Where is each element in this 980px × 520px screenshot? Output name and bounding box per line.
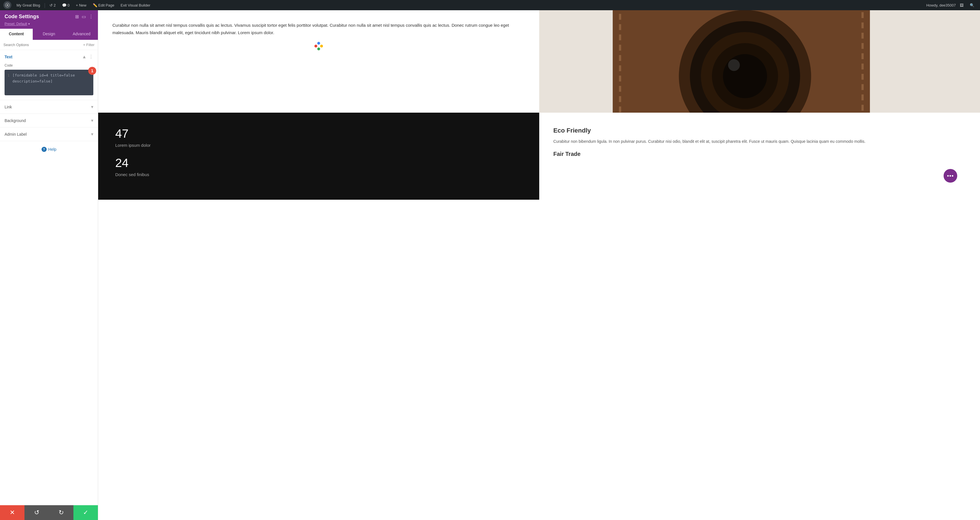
admin-bar-edit-page[interactable]: ✏️ Edit Page xyxy=(91,3,117,7)
undo-button[interactable]: ↺ xyxy=(24,505,49,520)
redo-button[interactable]: ↻ xyxy=(49,505,73,520)
admin-bar-site[interactable]: My Great Blog xyxy=(14,3,42,7)
svg-point-15 xyxy=(728,59,740,71)
expand-bg-icon[interactable]: ▾ xyxy=(91,118,93,123)
panel-search: + Filter xyxy=(0,40,98,50)
collapse-icon[interactable]: ▲ xyxy=(82,54,86,59)
panel-title: Code Settings xyxy=(5,14,39,20)
close-button[interactable]: ✕ xyxy=(0,505,24,520)
floating-menu-button[interactable]: ••• xyxy=(943,169,957,183)
svg-point-1 xyxy=(6,4,8,6)
section-admin-label-title: Admin Label xyxy=(5,132,27,137)
dot-green xyxy=(317,48,320,50)
stat-2-number: 24 xyxy=(115,156,522,170)
panel-header-icons: ⊞ ▭ ⋮ xyxy=(75,14,93,19)
camera-svg xyxy=(539,10,980,113)
eco-heading: Eco Friendly xyxy=(554,127,966,134)
svg-point-14 xyxy=(723,54,767,98)
dot-yellow xyxy=(320,45,323,48)
admin-bar: My Great Blog | ↺ 2 💬 0 + New ✏️ Edit Pa… xyxy=(0,0,980,10)
layout-icon[interactable]: ▭ xyxy=(82,14,86,19)
section-text-body: Code 1 [formidable id=4 title=false desc… xyxy=(0,64,98,100)
wp-logo[interactable] xyxy=(3,1,11,9)
content-bottom: 47 Lorem ipsum dolor 24 Donec sed finibu… xyxy=(98,113,980,200)
tab-advanced[interactable]: Advanced xyxy=(65,29,98,40)
section-link: Link ▾ xyxy=(0,100,98,114)
content-top: Curabitur non nulla sit amet nisl tempus… xyxy=(98,10,980,113)
code-content[interactable]: [formidable id=4 title=false description… xyxy=(13,73,91,92)
dot-blue xyxy=(317,42,320,45)
stat-2-label: Donec sed finibus xyxy=(115,172,522,177)
section-text: Text ▲ ⋮ Code 1 [formidable id=4 title=f… xyxy=(0,50,98,100)
search-input[interactable] xyxy=(3,43,81,47)
code-editor[interactable]: 1 [formidable id=4 title=false descripti… xyxy=(5,70,93,95)
help-label: Help xyxy=(48,147,57,152)
undo-icon: ↺ xyxy=(34,509,39,516)
stat-1-number: 47 xyxy=(115,127,522,140)
columns-icon[interactable]: ⊞ xyxy=(75,14,79,19)
admin-bar-new[interactable]: + New xyxy=(74,3,89,7)
section-background-title: Background xyxy=(5,118,26,123)
more-icon[interactable]: ⋮ xyxy=(89,14,93,19)
dots-icon: ••• xyxy=(947,173,954,179)
help-icon: ? xyxy=(41,147,47,152)
expand-icon[interactable]: ▾ xyxy=(91,104,93,110)
right-area: Curabitur non nulla sit amet nisl tempus… xyxy=(98,10,980,520)
panel-header: Code Settings ⊞ ▭ ⋮ Preset: Default ▾ xyxy=(0,10,98,29)
panel-content: Text ▲ ⋮ Code 1 [formidable id=4 title=f… xyxy=(0,50,98,505)
section-text-header[interactable]: Text ▲ ⋮ xyxy=(0,50,98,64)
content-text-area: Curabitur non nulla sit amet nisl tempus… xyxy=(98,10,539,113)
dot-red xyxy=(315,45,317,48)
save-icon: ✓ xyxy=(83,509,88,516)
section-link-controls: ▾ xyxy=(91,104,93,110)
help-section[interactable]: ? Help xyxy=(0,141,98,157)
admin-bar-undo[interactable]: ↺ 2 xyxy=(47,3,58,7)
eco-body: Curabitur non bibendum ligula. In non pu… xyxy=(554,138,966,145)
section-admin-label: Admin Label ▾ xyxy=(0,127,98,141)
tab-content[interactable]: Content xyxy=(0,29,33,40)
eco-section: Eco Friendly Curabitur non bibendum ligu… xyxy=(539,113,980,200)
section-link-title: Link xyxy=(5,105,12,109)
admin-bar-howdy: Howdy, dee35007 xyxy=(926,3,956,7)
admin-bar-exit-builder[interactable]: Exit Visual Builder xyxy=(118,3,153,7)
expand-admin-icon[interactable]: ▾ xyxy=(91,131,93,137)
fair-trade-heading: Fair Trade xyxy=(554,151,966,157)
redo-icon: ↻ xyxy=(59,509,64,516)
section-link-header[interactable]: Link ▾ xyxy=(0,100,98,113)
stat-1-label: Lorem ipsum dolor xyxy=(115,143,522,148)
left-panel: Code Settings ⊞ ▭ ⋮ Preset: Default ▾ Co… xyxy=(0,10,98,520)
preset-label[interactable]: Preset: Default ▾ xyxy=(5,22,93,26)
admin-bar-comments[interactable]: 💬 0 xyxy=(60,3,72,7)
section-admin-label-header[interactable]: Admin Label ▾ xyxy=(0,127,98,141)
section-background: Background ▾ xyxy=(0,114,98,127)
dark-section: 47 Lorem ipsum dolor 24 Donec sed finibu… xyxy=(98,113,539,200)
tab-design[interactable]: Design xyxy=(33,29,65,40)
section-text-title: Text xyxy=(5,55,13,59)
loading-spinner xyxy=(315,42,323,50)
section-admin-label-controls: ▾ xyxy=(91,131,93,137)
section-more-icon[interactable]: ⋮ xyxy=(89,54,93,59)
save-button[interactable]: ✓ xyxy=(73,505,98,520)
bottom-toolbar: ✕ ↺ ↻ ✓ xyxy=(0,505,98,520)
section-background-controls: ▾ xyxy=(91,118,93,123)
code-label: Code xyxy=(5,64,93,67)
close-icon: ✕ xyxy=(10,509,15,516)
error-badge: 1 xyxy=(88,67,96,75)
admin-bar-media[interactable]: 🖼 xyxy=(958,3,966,7)
panel-tabs: Content Design Advanced xyxy=(0,29,98,40)
admin-bar-search[interactable]: 🔍 xyxy=(967,3,977,7)
camera-image-area xyxy=(539,10,980,113)
section-text-controls: ▲ ⋮ xyxy=(82,54,93,59)
spinner-area xyxy=(112,36,525,53)
line-numbers: 1 xyxy=(7,73,10,92)
section-background-header[interactable]: Background ▾ xyxy=(0,114,98,127)
filter-button[interactable]: + Filter xyxy=(83,43,94,47)
main-paragraph: Curabitur non nulla sit amet nisl tempus… xyxy=(112,22,525,36)
